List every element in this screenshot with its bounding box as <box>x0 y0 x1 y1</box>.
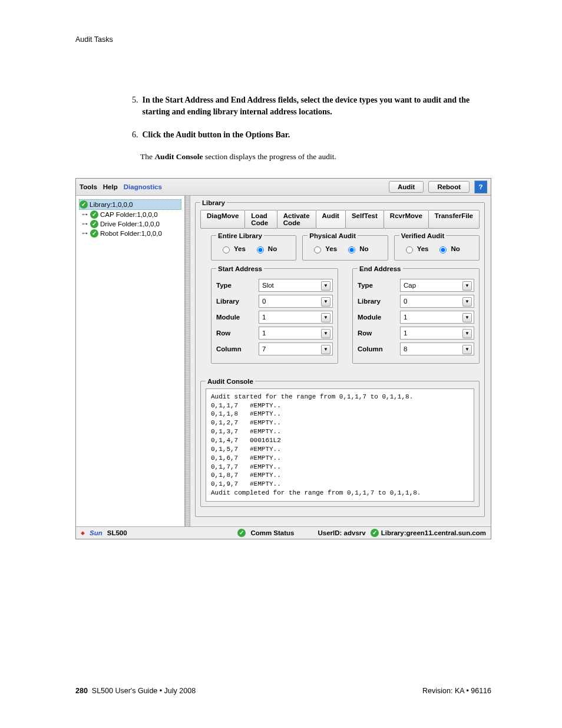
tree-label: Drive Folder:1,0,0,0 <box>100 220 160 228</box>
select-value: 0 <box>404 298 407 305</box>
entire-library-group: Entire Library Yes No <box>211 232 296 261</box>
step5-number: 5. <box>132 94 140 106</box>
reboot-button[interactable]: Reboot <box>428 181 470 193</box>
chevron-down-icon: ▼ <box>321 281 330 291</box>
select-value: 1 <box>404 330 407 337</box>
start-type-select[interactable]: Slot▼ <box>259 279 333 292</box>
tab-activatecode[interactable]: Activate Code <box>277 210 316 229</box>
start-library-select[interactable]: 0▼ <box>259 295 333 308</box>
select-value: 1 <box>262 314 266 321</box>
end-row-select[interactable]: 1▼ <box>400 327 474 340</box>
page-footer: 280 SL500 User's Guide • July 2008 Revis… <box>75 687 491 695</box>
end-type-select[interactable]: Cap▼ <box>400 279 474 292</box>
tree-item-cap-folder[interactable]: ⊶ ✓ CAP Folder:1,0,0,0 <box>79 210 181 219</box>
verified-audit-legend: Verified Audit <box>399 232 447 239</box>
main-panel: Library DiagMove Load Code Activate Code… <box>190 196 491 526</box>
select-value: Slot <box>262 282 274 289</box>
tree-label: Robot Folder:1,0,0,0 <box>100 230 162 237</box>
end-type-label: Type <box>358 282 395 289</box>
chevron-down-icon: ▼ <box>462 297 472 307</box>
radio-input[interactable] <box>257 246 264 253</box>
chevron-down-icon: ▼ <box>321 345 330 354</box>
radio-input[interactable] <box>314 246 321 253</box>
end-library-select[interactable]: 0▼ <box>400 295 474 308</box>
menu-tools[interactable]: Tools <box>80 183 97 190</box>
start-address-group: Start Address TypeSlot▼ Library0▼ Module… <box>211 265 338 364</box>
select-value: 1 <box>404 314 407 321</box>
library-host: Library:green11.central.sun.com <box>381 529 486 536</box>
radio-label: Yes <box>325 245 337 252</box>
start-row-label: Row <box>216 330 254 337</box>
chevron-down-icon: ▼ <box>462 345 472 354</box>
page-number: 280 <box>75 687 88 695</box>
tree-item-robot-folder[interactable]: ⊶ ✓ Robot Folder:1,0,0,0 <box>79 229 181 238</box>
tab-loadcode[interactable]: Load Code <box>244 210 277 229</box>
audit-console-panel: Audit Console Audit started for the rang… <box>200 378 480 507</box>
verified-audit-group: Verified Audit Yes No <box>394 232 480 261</box>
start-type-label: Type <box>216 282 254 289</box>
narrative-line: The Audit Console section displays the p… <box>140 151 491 163</box>
physical-no-radio[interactable]: No <box>345 245 368 253</box>
tab-transferfile[interactable]: TransferFile <box>428 210 480 229</box>
start-row-select[interactable]: 1▼ <box>259 327 333 340</box>
tab-diagmove[interactable]: DiagMove <box>200 210 245 229</box>
radio-input[interactable] <box>223 246 230 253</box>
chevron-down-icon: ▼ <box>321 329 330 338</box>
check-icon: ✓ <box>80 200 88 209</box>
end-row-label: Row <box>358 330 395 337</box>
chevron-down-icon: ▼ <box>462 313 472 322</box>
expander-icon[interactable]: ⊶ <box>81 220 88 227</box>
check-icon: ✓ <box>237 529 246 537</box>
audit-button[interactable]: Audit <box>389 181 424 193</box>
library-panel: Library DiagMove Load Code Activate Code… <box>195 199 485 517</box>
entire-yes-radio[interactable]: Yes <box>220 245 246 253</box>
end-library-label: Library <box>358 298 395 305</box>
end-address-group: End Address TypeCap▼ Library0▼ Module1▼ … <box>352 265 480 364</box>
end-column-select[interactable]: 8▼ <box>400 342 474 355</box>
physical-yes-radio[interactable]: Yes <box>311 245 337 253</box>
end-module-label: Module <box>358 314 395 321</box>
start-column-select[interactable]: 7▼ <box>259 342 333 355</box>
check-icon: ✓ <box>90 220 98 228</box>
entire-no-radio[interactable]: No <box>254 245 277 253</box>
verified-yes-radio[interactable]: Yes <box>403 245 429 253</box>
expander-icon[interactable]: ⊶ <box>81 211 88 218</box>
model-label: SL500 <box>107 529 127 536</box>
app-window: Tools Help Diagnostics Audit Reboot ? ✓ … <box>75 178 491 539</box>
start-module-select[interactable]: 1▼ <box>259 311 333 324</box>
instruction-step-5: 5. In the Start Address and End Address … <box>132 94 491 118</box>
chevron-down-icon: ▼ <box>321 313 330 322</box>
menu-diagnostics[interactable]: Diagnostics <box>124 183 162 190</box>
tree-root-library[interactable]: ✓ Library:1,0,0,0 <box>79 199 181 210</box>
narrative-suffix: section displays the progress of the aud… <box>203 152 336 161</box>
expander-icon[interactable]: ⊶ <box>81 230 88 236</box>
select-value: 0 <box>262 298 266 305</box>
radio-input[interactable] <box>348 246 355 253</box>
options-bar: DiagMove Load Code Activate Code Audit S… <box>200 210 480 229</box>
instruction-step-6: 6. Click the Audit button in the Options… <box>132 129 491 141</box>
select-value: 1 <box>262 330 266 337</box>
radio-input[interactable] <box>406 246 413 253</box>
check-icon: ✓ <box>90 229 98 238</box>
menu-help[interactable]: Help <box>103 183 118 190</box>
end-module-select[interactable]: 1▼ <box>400 311 474 324</box>
radio-input[interactable] <box>439 246 447 253</box>
tab-rcvrmove[interactable]: RcvrMove <box>384 210 429 229</box>
tree-root-label: Library:1,0,0,0 <box>90 201 133 208</box>
comm-status: Comm Status <box>250 529 294 536</box>
select-value: 8 <box>404 345 407 353</box>
audit-console-output: Audit started for the range from 0,1,1,7… <box>206 388 474 502</box>
split-handle[interactable] <box>185 196 190 526</box>
tab-audit[interactable]: Audit <box>316 210 346 229</box>
tree-item-drive-folder[interactable]: ⊶ ✓ Drive Folder:1,0,0,0 <box>79 219 181 229</box>
help-icon[interactable]: ? <box>474 180 487 193</box>
verified-no-radio[interactable]: No <box>437 245 459 253</box>
tree-label: CAP Folder:1,0,0,0 <box>100 211 158 218</box>
tab-selftest[interactable]: SelfTest <box>345 210 384 229</box>
radio-label: Yes <box>417 245 429 252</box>
radio-label: No <box>451 245 459 252</box>
radio-label: Yes <box>234 245 246 252</box>
chevron-down-icon: ▼ <box>321 297 330 307</box>
library-legend: Library <box>200 199 227 206</box>
menubar: Tools Help Diagnostics Audit Reboot ? <box>76 179 491 196</box>
